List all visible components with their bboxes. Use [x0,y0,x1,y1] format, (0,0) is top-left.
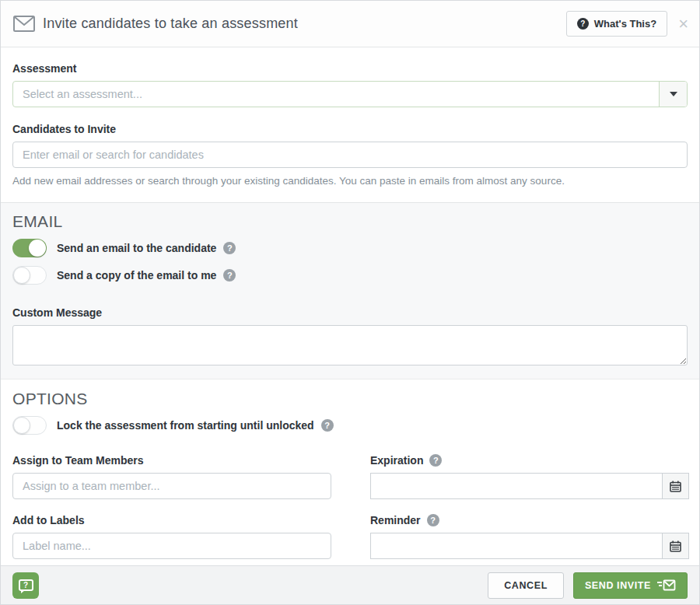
page-title: Invite candidates to take an assessment [43,16,566,32]
candidates-input[interactable] [12,142,688,168]
invite-candidates-modal: Invite candidates to take an assessment … [0,0,700,605]
expiration-input[interactable] [371,474,662,498]
email-section-heading: EMAIL [12,212,688,231]
expiration-label: Expiration ? [370,454,442,467]
assessment-label: Assessment [12,62,77,75]
help-chat-button[interactable]: ? [12,572,39,599]
whats-this-button[interactable]: ? What's This? [566,11,667,37]
custom-message-textarea[interactable] [12,325,688,365]
help-icon[interactable]: ? [427,514,439,526]
modal-footer: ? CANCEL SEND INVITE [1,565,699,604]
close-icon[interactable]: × [678,16,688,33]
send-envelope-icon [657,579,676,591]
assessment-select[interactable]: Select an assessment... [12,81,688,107]
assign-team-input[interactable] [12,473,331,499]
candidates-label: Candidates to Invite [12,123,116,135]
candidates-helper-text: Add new email addresses or search throug… [12,175,688,187]
email-section: EMAIL Send an email to the candidate ? S… [1,202,699,379]
toggle-knob [29,240,46,257]
add-labels-input[interactable] [12,533,331,559]
custom-message-label: Custom Message [12,306,102,319]
envelope-icon [13,16,35,32]
calendar-icon [670,481,681,492]
help-icon[interactable]: ? [223,242,236,254]
assessment-select-caret-button[interactable] [659,82,687,107]
modal-header: Invite candidates to take an assessment … [1,1,699,47]
lock-assessment-toggle[interactable] [12,416,47,435]
lock-toggle-label: Lock the assessment from starting until … [57,419,334,432]
cancel-button[interactable]: CANCEL [488,572,564,599]
help-icon[interactable]: ? [429,454,442,467]
expiration-calendar-button[interactable] [662,474,688,498]
toggle-knob [13,417,30,434]
send-copy-toggle-label: Send a copy of the email to me ? [57,269,236,282]
options-section-heading: OPTIONS [12,390,688,408]
expiration-field: Expiration ? [370,454,689,499]
whats-this-label: What's This? [594,18,656,30]
send-invite-label: SEND INVITE [585,580,651,591]
assign-team-field: Assign to Team Members [12,454,331,499]
reminder-field: Reminder ? [370,514,689,559]
reminder-input[interactable] [371,533,662,558]
options-section: OPTIONS Lock the assessment from startin… [1,379,699,565]
invite-section: Assessment Select an assessment... Candi… [1,47,699,202]
send-invite-button[interactable]: SEND INVITE [573,572,688,599]
assessment-select-placeholder: Select an assessment... [13,82,659,107]
assign-team-label: Assign to Team Members [12,454,144,467]
toggle-knob [13,267,30,284]
reminder-calendar-button[interactable] [662,533,688,558]
help-icon[interactable]: ? [223,269,236,282]
question-circle-icon: ? [577,18,589,30]
reminder-label: Reminder ? [370,514,439,526]
caret-down-icon [670,92,677,96]
send-copy-toggle-row: Send a copy of the email to me ? [12,266,688,285]
send-email-toggle-label: Send an email to the candidate ? [57,242,236,254]
reminder-input-group [370,533,689,559]
chat-bubble-icon: ? [19,579,33,591]
options-grid: Assign to Team Members Expiration ? [12,454,688,559]
help-icon[interactable]: ? [321,419,334,432]
add-labels-label: Add to Labels [12,514,85,526]
expiration-input-group [370,473,689,499]
send-email-toggle-row: Send an email to the candidate ? [12,239,688,257]
calendar-icon [670,540,681,552]
add-labels-field: Add to Labels [12,514,331,559]
lock-toggle-row: Lock the assessment from starting until … [12,416,688,435]
send-copy-toggle[interactable] [12,266,47,285]
send-email-toggle[interactable] [12,239,47,257]
